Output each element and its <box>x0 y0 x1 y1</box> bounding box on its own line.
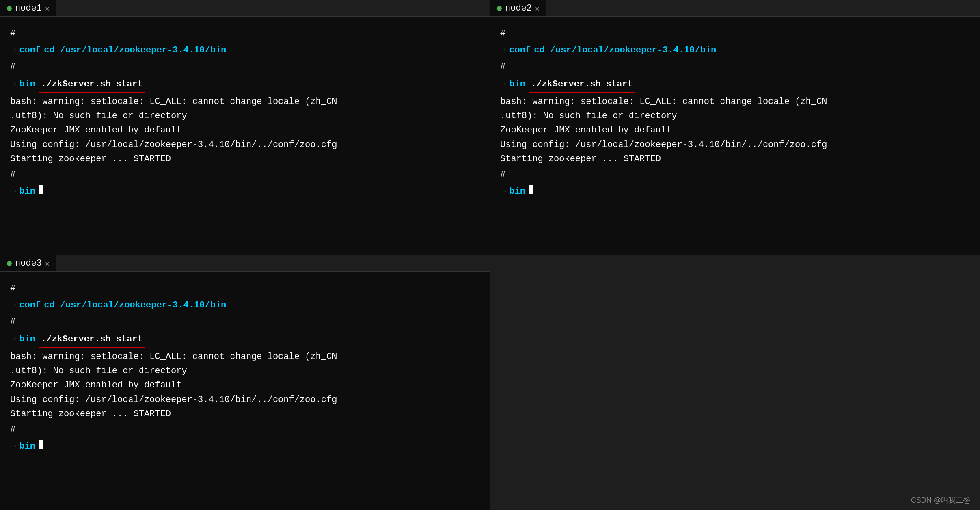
tab-close-2[interactable]: ✕ <box>535 4 540 13</box>
highlight-cmd-2: ./zkServer.sh start <box>529 76 635 93</box>
dir-3-3: bin <box>19 439 35 454</box>
highlight-cmd-1: ./zkServer.sh start <box>39 76 145 93</box>
output-3-1: bash: warning: setlocale: LC_ALL: cannot… <box>10 350 480 364</box>
hash-1-1: # <box>10 26 480 41</box>
dir-1-3: bin <box>19 184 35 199</box>
arrow-3-1: → <box>10 297 16 313</box>
output-1-1: bash: warning: setlocale: LC_ALL: cannot… <box>10 95 480 109</box>
prompt-line-3-3: → bin <box>10 439 480 454</box>
hash-3-2: # <box>10 315 480 329</box>
arrow-3-3: → <box>10 439 16 454</box>
prompt-line-1-2: → bin ./zkServer.sh start <box>10 76 480 93</box>
highlight-cmd-3: ./zkServer.sh start <box>39 331 145 348</box>
terminal-content-1: # → conf cd /usr/local/zookeeper-3.4.10/… <box>0 17 490 255</box>
dir-2-3: bin <box>509 184 525 199</box>
output-3-4: Using config: /usr/local/zookeeper-3.4.1… <box>10 393 480 407</box>
tab-dot-1 <box>7 6 12 11</box>
arrow-2-1: → <box>500 42 506 58</box>
prompt-line-3-2: → bin ./zkServer.sh start <box>10 331 480 348</box>
tab-label-3: node3 <box>15 258 42 268</box>
terminal-pane-4 <box>490 255 980 510</box>
tab-dot-2 <box>497 6 502 11</box>
tab-node2[interactable]: node2 ✕ <box>490 0 546 16</box>
tab-node1[interactable]: node1 ✕ <box>0 0 56 16</box>
dir-1-1: conf <box>19 43 41 57</box>
cursor-3 <box>39 440 43 449</box>
tab-dot-3 <box>7 261 12 266</box>
hash-3-3: # <box>10 423 480 437</box>
output-3-2: .utf8): No such file or directory <box>10 364 480 378</box>
cmd-3-1: cd /usr/local/zookeeper-3.4.10/bin <box>44 298 226 312</box>
output-1-3: ZooKeeper JMX enabled by default <box>10 123 480 137</box>
output-2-2: .utf8): No such file or directory <box>500 109 970 123</box>
tab-label-2: node2 <box>505 3 532 13</box>
prompt-line-2-3: → bin <box>500 184 970 199</box>
hash-2-3: # <box>500 168 970 182</box>
tab-bar-1: node1 ✕ <box>0 0 490 17</box>
dir-3-1: conf <box>19 298 41 312</box>
tab-close-3[interactable]: ✕ <box>45 259 50 268</box>
output-2-5: Starting zookeeper ... STARTED <box>500 152 970 166</box>
output-1-2: .utf8): No such file or directory <box>10 109 480 123</box>
prompt-line-3-1: → conf cd /usr/local/zookeeper-3.4.10/bi… <box>10 297 480 313</box>
dir-3-2: bin <box>19 332 35 346</box>
terminal-pane-2: node2 ✕ # → conf cd /usr/local/zookeeper… <box>490 0 980 255</box>
output-2-3: ZooKeeper JMX enabled by default <box>500 123 970 137</box>
cmd-2-1: cd /usr/local/zookeeper-3.4.10/bin <box>534 43 716 57</box>
dir-2-1: conf <box>509 43 531 57</box>
cmd-1-1: cd /usr/local/zookeeper-3.4.10/bin <box>44 43 226 57</box>
prompt-line-2-1: → conf cd /usr/local/zookeeper-3.4.10/bi… <box>500 42 970 58</box>
prompt-line-1-3: → bin <box>10 184 480 199</box>
terminal-grid: node1 ✕ # → conf cd /usr/local/zookeeper… <box>0 0 980 510</box>
arrow-2-3: → <box>500 184 506 199</box>
cursor-1 <box>39 185 43 194</box>
hash-1-2: # <box>10 60 480 74</box>
hash-2-2: # <box>500 60 970 74</box>
prompt-line-1-1: → conf cd /usr/local/zookeeper-3.4.10/bi… <box>10 42 480 58</box>
cursor-2 <box>529 185 533 194</box>
tab-bar-3: node3 ✕ <box>0 255 490 272</box>
output-3-5: Starting zookeeper ... STARTED <box>10 407 480 421</box>
watermark: CSDN @叫我二爸 <box>911 495 970 505</box>
terminal-pane-1: node1 ✕ # → conf cd /usr/local/zookeeper… <box>0 0 490 255</box>
arrow-3-2: → <box>10 331 16 347</box>
arrow-1-2: → <box>10 76 16 92</box>
tab-bar-2: node2 ✕ <box>490 0 980 17</box>
arrow-2-2: → <box>500 76 506 92</box>
tab-close-1[interactable]: ✕ <box>45 4 50 13</box>
dir-2-2: bin <box>509 77 525 91</box>
hash-1-3: # <box>10 168 480 182</box>
output-1-4: Using config: /usr/local/zookeeper-3.4.1… <box>10 138 480 152</box>
terminal-content-2: # → conf cd /usr/local/zookeeper-3.4.10/… <box>490 17 980 255</box>
dir-1-2: bin <box>19 77 35 91</box>
tab-node3[interactable]: node3 ✕ <box>0 255 56 271</box>
terminal-pane-3: node3 ✕ # → conf cd /usr/local/zookeeper… <box>0 255 490 510</box>
output-3-3: ZooKeeper JMX enabled by default <box>10 378 480 392</box>
hash-3-1: # <box>10 281 480 296</box>
output-2-1: bash: warning: setlocale: LC_ALL: cannot… <box>500 95 970 109</box>
tab-label-1: node1 <box>15 3 42 13</box>
prompt-line-2-2: → bin ./zkServer.sh start <box>500 76 970 93</box>
terminal-content-3: # → conf cd /usr/local/zookeeper-3.4.10/… <box>0 272 490 510</box>
output-2-4: Using config: /usr/local/zookeeper-3.4.1… <box>500 138 970 152</box>
hash-2-1: # <box>500 26 970 41</box>
arrow-1-1: → <box>10 42 16 58</box>
output-1-5: Starting zookeeper ... STARTED <box>10 152 480 166</box>
arrow-1-3: → <box>10 184 16 199</box>
